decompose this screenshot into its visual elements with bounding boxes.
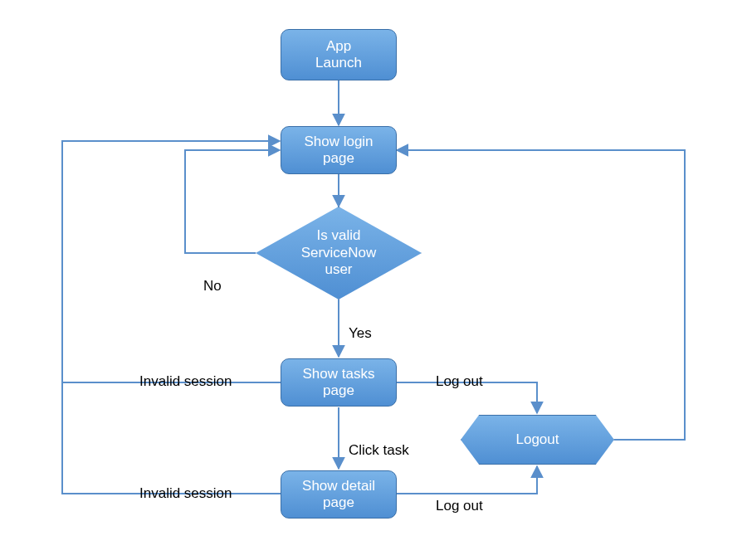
edge-label-invalid-session-tasks: Invalid session <box>139 373 232 390</box>
edge-label-logout-detail: Log out <box>436 498 483 514</box>
node-decision-valid-user: Is validServiceNowuser <box>256 207 422 299</box>
node-show-detail: Show detailpage <box>281 470 397 519</box>
node-label: Show detailpage <box>302 478 375 512</box>
node-logout: Logout <box>461 415 614 465</box>
node-label: Show loginpage <box>304 134 373 168</box>
edge-label-no: No <box>203 278 222 295</box>
node-label: AppLaunch <box>315 38 362 72</box>
node-show-tasks: Show taskspage <box>281 358 397 407</box>
edge-label-invalid-session-detail: Invalid session <box>139 485 232 502</box>
node-label: Logout <box>461 415 614 465</box>
node-label: Is validServiceNowuser <box>256 207 422 299</box>
node-show-login: Show loginpage <box>281 126 397 174</box>
edge-label-click-task: Click task <box>349 442 409 459</box>
edge-label-logout-tasks: Log out <box>436 373 483 390</box>
node-label: Show taskspage <box>303 366 375 400</box>
edge-label-yes: Yes <box>349 325 372 342</box>
node-app-launch: AppLaunch <box>281 29 397 80</box>
